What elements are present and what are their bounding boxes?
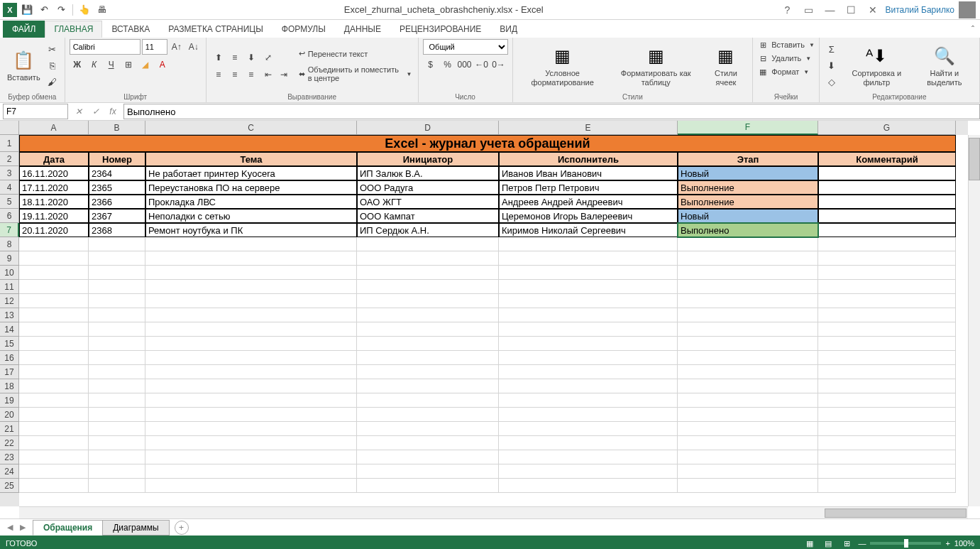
data-cell[interactable]: Выполнение xyxy=(678,195,818,209)
name-box[interactable] xyxy=(3,104,68,119)
empty-cell[interactable] xyxy=(89,393,145,408)
empty-cell[interactable] xyxy=(818,351,956,365)
empty-cell[interactable] xyxy=(818,408,956,422)
row-header-9[interactable]: 9 xyxy=(0,251,19,266)
empty-cell[interactable] xyxy=(145,379,357,393)
row-header-13[interactable]: 13 xyxy=(0,308,19,322)
empty-cell[interactable] xyxy=(89,251,145,266)
empty-cell[interactable] xyxy=(145,337,357,351)
empty-cell[interactable] xyxy=(19,408,89,422)
align-center-icon[interactable]: ≡ xyxy=(227,67,243,82)
row-header-19[interactable]: 19 xyxy=(0,393,19,408)
italic-button[interactable]: К xyxy=(87,57,102,72)
empty-cell[interactable] xyxy=(499,294,678,308)
sheet-nav-prev-icon[interactable]: ◀ xyxy=(4,522,16,533)
merge-center-button[interactable]: ⬌ Объединить и поместить в центре ▼ xyxy=(297,64,414,84)
empty-cell[interactable] xyxy=(678,294,818,308)
cancel-formula-icon[interactable]: ✕ xyxy=(71,104,87,119)
empty-cell[interactable] xyxy=(145,251,357,266)
header-cell[interactable]: Тема xyxy=(145,152,357,166)
font-size-select[interactable] xyxy=(142,39,167,55)
align-left-icon[interactable]: ≡ xyxy=(211,67,226,82)
row-header-25[interactable]: 25 xyxy=(0,479,19,493)
maximize-icon[interactable]: ☐ xyxy=(843,1,860,18)
empty-cell[interactable] xyxy=(145,450,357,464)
copy-icon[interactable]: ⎘ xyxy=(45,58,60,74)
empty-cell[interactable] xyxy=(678,308,818,322)
row-header-24[interactable]: 24 xyxy=(0,464,19,479)
data-cell[interactable] xyxy=(818,223,956,237)
empty-cell[interactable] xyxy=(499,251,678,266)
empty-cell[interactable] xyxy=(678,351,818,365)
empty-cell[interactable] xyxy=(818,393,956,408)
page-layout-icon[interactable]: ▤ xyxy=(821,538,835,549)
empty-cell[interactable] xyxy=(499,351,678,365)
horizontal-scrollbar[interactable] xyxy=(19,506,968,518)
row-header-17[interactable]: 17 xyxy=(0,365,19,379)
row-header-2[interactable]: 2 xyxy=(0,152,19,166)
data-cell[interactable]: 19.11.2020 xyxy=(19,209,89,223)
empty-cell[interactable] xyxy=(19,337,89,351)
row-header-22[interactable]: 22 xyxy=(0,436,19,450)
empty-cell[interactable] xyxy=(19,251,89,266)
empty-cell[interactable] xyxy=(499,379,678,393)
empty-cell[interactable] xyxy=(145,322,357,337)
empty-cell[interactable] xyxy=(19,436,89,450)
data-cell[interactable]: Новый xyxy=(678,209,818,223)
col-header-A[interactable]: A xyxy=(19,121,89,135)
sheet-nav-next-icon[interactable]: ▶ xyxy=(17,522,28,533)
empty-cell[interactable] xyxy=(678,379,818,393)
data-cell[interactable]: ОАО ЖГТ xyxy=(357,195,499,209)
minimize-icon[interactable]: — xyxy=(822,1,839,18)
orientation-icon[interactable]: ⤢ xyxy=(260,50,276,65)
empty-cell[interactable] xyxy=(19,322,89,337)
data-cell[interactable]: 20.11.2020 xyxy=(19,223,89,237)
increase-indent-icon[interactable]: ⇥ xyxy=(276,67,292,82)
col-header-D[interactable]: D xyxy=(357,121,499,135)
row-header-21[interactable]: 21 xyxy=(0,422,19,436)
quick-print-icon[interactable]: 🖶 xyxy=(94,3,109,17)
font-color-icon[interactable]: A xyxy=(155,57,170,72)
row-header-6[interactable]: 6 xyxy=(0,209,19,223)
empty-cell[interactable] xyxy=(678,237,818,251)
empty-cell[interactable] xyxy=(89,322,145,337)
data-cell[interactable]: Иванов Иван Иванович xyxy=(499,166,678,180)
header-cell[interactable]: Дата xyxy=(19,152,89,166)
paste-button[interactable]: 📋 Вставить xyxy=(4,48,43,83)
empty-cell[interactable] xyxy=(499,322,678,337)
empty-cell[interactable] xyxy=(19,379,89,393)
touch-mode-icon[interactable]: 👆 xyxy=(77,3,92,17)
help-icon[interactable]: ? xyxy=(779,1,796,18)
empty-cell[interactable] xyxy=(89,351,145,365)
empty-cell[interactable] xyxy=(89,308,145,322)
empty-cell[interactable] xyxy=(89,337,145,351)
empty-cell[interactable] xyxy=(89,294,145,308)
empty-cell[interactable] xyxy=(145,479,357,493)
conditional-format-button[interactable]: ▦ Условное форматирование xyxy=(517,43,608,87)
select-all-corner[interactable] xyxy=(0,121,19,135)
data-cell[interactable]: 18.11.2020 xyxy=(19,195,89,209)
fx-icon[interactable]: fx xyxy=(105,104,121,119)
zoom-level[interactable]: 100% xyxy=(954,539,974,548)
empty-cell[interactable] xyxy=(499,464,678,479)
empty-cell[interactable] xyxy=(145,422,357,436)
empty-cell[interactable] xyxy=(678,408,818,422)
data-cell[interactable] xyxy=(818,180,956,195)
add-sheet-button[interactable]: + xyxy=(175,521,189,535)
empty-cell[interactable] xyxy=(357,450,499,464)
empty-cell[interactable] xyxy=(357,351,499,365)
header-cell[interactable]: Номер xyxy=(89,152,145,166)
zoom-slider[interactable] xyxy=(870,542,941,545)
align-right-icon[interactable]: ≡ xyxy=(243,67,259,82)
underline-button[interactable]: Ч xyxy=(104,57,119,72)
row-header-20[interactable]: 20 xyxy=(0,408,19,422)
row-header-8[interactable]: 8 xyxy=(0,237,19,251)
empty-cell[interactable] xyxy=(89,464,145,479)
insert-cells-button[interactable]: ⊞Вставить▼ xyxy=(757,39,815,50)
row-header-10[interactable]: 10 xyxy=(0,266,19,280)
row-header-23[interactable]: 23 xyxy=(0,450,19,464)
border-icon[interactable]: ⊞ xyxy=(121,57,136,72)
empty-cell[interactable] xyxy=(89,237,145,251)
currency-icon[interactable]: $ xyxy=(423,57,439,72)
zoom-out-icon[interactable]: — xyxy=(858,539,866,548)
